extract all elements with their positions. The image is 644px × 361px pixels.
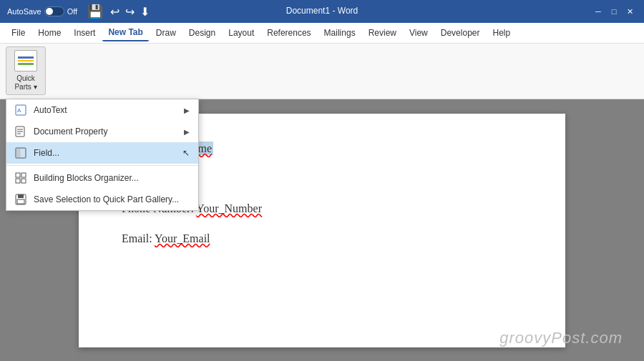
menu-file[interactable]: File <box>6 25 31 41</box>
document-property-label: Document Property <box>34 127 177 137</box>
autotext-submenu-arrow: ▶ <box>184 107 190 114</box>
quick-parts-label: QuickParts ▾ <box>14 74 36 92</box>
svg-rect-11 <box>21 179 26 183</box>
svg-rect-10 <box>16 179 20 183</box>
menu-review[interactable]: Review <box>363 25 402 41</box>
title-bar-left: AutoSave Off 💾 ↩ ↪ ⬇ <box>7 4 150 19</box>
menu-layout[interactable]: Layout <box>223 25 260 41</box>
qp-line-2 <box>18 60 34 61</box>
email-field[interactable]: Your_Email <box>155 232 210 244</box>
autosave-switch[interactable] <box>44 6 64 16</box>
phone-field[interactable]: Your_Number <box>196 202 262 214</box>
menu-draw[interactable]: Draw <box>150 25 182 41</box>
dropdown-building-blocks[interactable]: Building Blocks Organizer... <box>6 167 198 189</box>
doc-line-email: Email: Your_Email <box>122 232 522 245</box>
dropdown-save-selection[interactable]: Save Selection to Quick Part Gallery... <box>6 189 198 210</box>
menu-mailings[interactable]: Mailings <box>318 25 361 41</box>
menu-home[interactable]: Home <box>32 25 67 41</box>
document-property-icon <box>15 126 26 137</box>
svg-text:A: A <box>17 107 21 114</box>
quick-parts-dropdown: A AutoText ▶ Document Property ▶ Field..… <box>6 99 199 211</box>
minimize-button[interactable]: ─ <box>591 4 605 19</box>
dropdown-document-property[interactable]: Document Property ▶ <box>6 121 198 142</box>
menu-view[interactable]: View <box>404 25 434 41</box>
menu-design[interactable]: Design <box>183 25 221 41</box>
quick-parts-button[interactable]: QuickParts ▾ <box>6 46 46 95</box>
toggle-knob <box>46 8 53 15</box>
svg-rect-9 <box>21 173 26 177</box>
save-selection-icon <box>15 194 26 205</box>
window-controls: ─ □ ✕ <box>591 4 637 19</box>
watermark: groovyPost.com <box>499 329 623 347</box>
close-button[interactable]: ✕ <box>623 4 637 19</box>
svg-rect-8 <box>16 173 20 177</box>
menu-newtab[interactable]: New Tab <box>102 24 148 41</box>
svg-rect-13 <box>18 194 24 198</box>
menu-references[interactable]: References <box>261 25 316 41</box>
undo-button[interactable]: ↩ <box>110 5 119 19</box>
building-blocks-icon <box>15 172 26 184</box>
autotext-icon: A <box>15 104 26 116</box>
dropdown-autotext[interactable]: A AutoText ▶ <box>6 99 198 121</box>
save-button[interactable]: 💾 <box>87 4 103 19</box>
maximize-button[interactable]: □ <box>607 4 621 19</box>
field-icon <box>15 147 26 159</box>
customize-button[interactable]: ⬇ <box>140 5 150 19</box>
document-property-submenu-arrow: ▶ <box>184 128 190 136</box>
menu-developer[interactable]: Developer <box>435 25 486 41</box>
qp-line-1 <box>18 56 34 59</box>
menu-help[interactable]: Help <box>487 25 516 41</box>
window-title: Document1 - Word <box>286 6 358 16</box>
autotext-label: AutoText <box>34 105 177 115</box>
qp-line-3 <box>18 63 34 65</box>
ribbon-toolbar: QuickParts ▾ <box>0 43 644 99</box>
dropdown-separator <box>6 165 198 166</box>
dropdown-field[interactable]: Field... ↖ <box>6 142 198 164</box>
cursor-indicator: ↖ <box>182 148 190 158</box>
redo-button[interactable]: ↪ <box>125 5 135 19</box>
quick-parts-dropdown-arrow: ▾ <box>34 83 37 91</box>
autosave-toggle[interactable]: AutoSave Off <box>7 6 77 16</box>
svg-rect-7 <box>17 149 20 157</box>
ribbon: File Home Insert New Tab Draw Design Lay… <box>0 23 644 99</box>
autosave-label: AutoSave <box>7 7 42 16</box>
autosave-state: Off <box>67 7 77 16</box>
quick-parts-icon <box>14 50 37 71</box>
save-selection-label: Save Selection to Quick Part Gallery... <box>34 194 190 204</box>
menu-insert[interactable]: Insert <box>68 25 101 41</box>
menu-bar: File Home Insert New Tab Draw Design Lay… <box>0 23 644 43</box>
title-bar: AutoSave Off 💾 ↩ ↪ ⬇ Document1 - Word ─ … <box>0 0 644 23</box>
building-blocks-label: Building Blocks Organizer... <box>34 173 190 183</box>
field-label: Field... <box>34 148 172 158</box>
svg-rect-14 <box>17 199 24 204</box>
